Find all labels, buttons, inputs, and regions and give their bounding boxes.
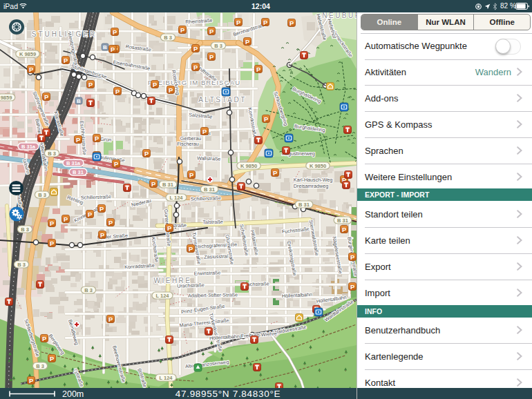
svg-text:P: P [29, 66, 33, 73]
svg-text:Adalbert-Stifter-Straße: Adalbert-Stifter-Straße [188, 291, 238, 298]
svg-text:P: P [151, 181, 155, 188]
svg-text:K 9850: K 9850 [240, 163, 257, 169]
svg-text:P: P [273, 170, 277, 177]
svg-text:P: P [76, 137, 80, 144]
svg-text:B 3: B 3 [21, 226, 29, 233]
svg-text:P: P [88, 81, 93, 88]
svg-text:P: P [169, 87, 173, 94]
svg-text:P: P [153, 81, 157, 88]
svg-text:ALTSTADT: ALTSTADT [198, 96, 247, 104]
svg-text:P: P [350, 254, 354, 261]
svg-text:K 9859: K 9859 [19, 51, 36, 57]
svg-text:P: P [114, 161, 118, 168]
svg-text:P: P [289, 20, 294, 27]
svg-text:P: P [115, 88, 120, 95]
svg-text:P: P [108, 316, 113, 323]
svg-text:P: P [193, 64, 198, 71]
svg-text:P: P [95, 135, 99, 142]
svg-text:B 3: B 3 [48, 150, 56, 157]
svg-text:B 3: B 3 [214, 43, 222, 49]
svg-text:P: P [144, 150, 149, 157]
svg-text:P: P [180, 27, 184, 34]
svg-text:Schillerstraße: Schillerstraße [81, 193, 111, 201]
svg-text:P: P [64, 57, 68, 64]
svg-text:P: P [50, 240, 54, 247]
svg-text:Schillerstraße: Schillerstraße [191, 195, 221, 202]
svg-text:P: P [50, 220, 54, 227]
svg-text:P: P [245, 39, 249, 46]
svg-text:Talstraße: Talstraße [202, 219, 223, 226]
svg-text:P: P [236, 19, 240, 26]
svg-text:P: P [113, 29, 117, 36]
svg-text:B 3: B 3 [17, 262, 26, 268]
svg-text:P: P [111, 46, 115, 53]
svg-text:9859: 9859 [1, 95, 12, 101]
svg-text:B 31: B 31 [204, 186, 215, 193]
svg-text:P: P [264, 116, 268, 123]
svg-text:B 3: B 3 [38, 192, 46, 198]
svg-text:P: P [263, 19, 267, 26]
svg-text:Urachstraße: Urachstraße [177, 282, 205, 289]
svg-text:L 124: L 124 [169, 195, 183, 201]
svg-text:Erwinstraße: Erwinstraße [194, 269, 221, 276]
svg-text:B: B [103, 44, 107, 50]
svg-text:B 3: B 3 [36, 363, 44, 369]
svg-text:P: P [202, 128, 207, 135]
svg-text:200m: 200m [62, 389, 84, 399]
svg-text:P: P [342, 226, 346, 233]
svg-text:P: P [50, 356, 54, 362]
svg-text:P: P [189, 246, 193, 253]
svg-text:B 31a: B 31a [66, 160, 81, 166]
svg-text:P: P [88, 211, 92, 218]
svg-text:P: P [29, 378, 33, 385]
svg-text:Dreisamradweg: Dreisamradweg [294, 183, 328, 189]
svg-text:P: P [256, 66, 260, 73]
svg-text:L 124: L 124 [159, 375, 173, 381]
svg-text:L 124: L 124 [155, 293, 169, 299]
svg-text:P: P [99, 206, 104, 213]
svg-text:Fischerau: Fischerau [177, 141, 199, 147]
svg-text:B 31: B 31 [73, 169, 84, 175]
svg-text:P: P [193, 46, 198, 52]
svg-text:P: P [42, 335, 46, 342]
svg-text:B 3: B 3 [164, 35, 172, 41]
svg-text:P: P [44, 94, 48, 101]
svg-text:P: P [108, 220, 113, 226]
svg-text:B 31a: B 31a [21, 144, 36, 150]
svg-text:NEUBURG: NEUBURG [322, 12, 357, 19]
svg-text:P: P [350, 284, 354, 291]
svg-text:P: P [189, 172, 193, 179]
svg-text:B: B [77, 98, 81, 104]
svg-text:B 31: B 31 [162, 182, 173, 188]
svg-text:B 3: B 3 [84, 287, 93, 293]
svg-text:47.98955°N 7.84830°E: 47.98955°N 7.84830°E [175, 389, 281, 399]
svg-text:Karl-Hausch-Weg: Karl-Hausch-Weg [294, 177, 333, 183]
svg-text:P: P [64, 216, 68, 223]
svg-text:K 9850: K 9850 [310, 163, 326, 169]
svg-text:STUHLINGER: STUHLINGER [32, 30, 97, 38]
svg-text:P: P [167, 225, 171, 232]
svg-text:B 31: B 31 [337, 217, 348, 224]
svg-text:FREIBURG IM BREISGAU: FREIBURG IM BREISGAU [148, 79, 240, 86]
svg-text:P: P [100, 232, 104, 239]
svg-text:B 31: B 31 [298, 202, 310, 208]
svg-text:Wallstraße: Wallstraße [197, 155, 220, 162]
svg-text:P: P [209, 28, 213, 35]
svg-text:P: P [209, 54, 213, 61]
